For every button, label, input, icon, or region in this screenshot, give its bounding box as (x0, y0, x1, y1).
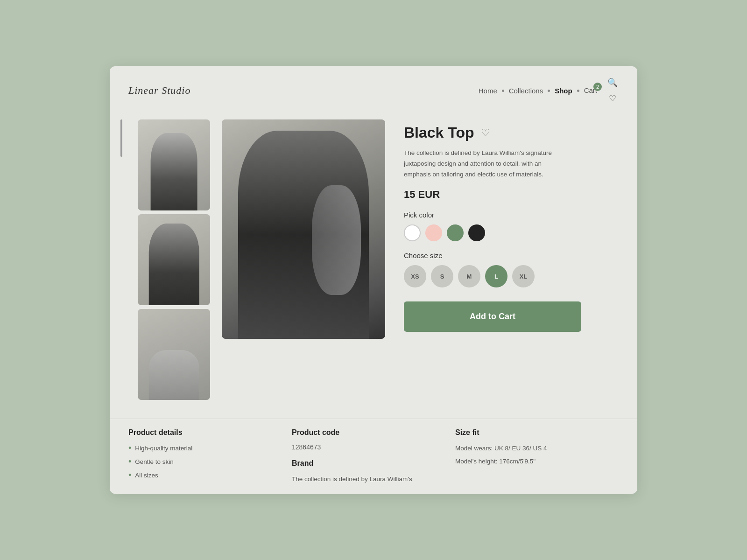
heart-icon: ♡ (609, 94, 616, 103)
product-price: 15 EUR (404, 189, 623, 201)
page-wrapper: Linear Studio Home Collections Shop Cart (0, 0, 747, 560)
navigation: Linear Studio Home Collections Shop Cart (110, 66, 637, 115)
product-code-title: Product code (292, 428, 455, 437)
detail-item-1: High-quality material (128, 443, 292, 453)
thumbnail-3[interactable] (138, 309, 210, 400)
bottom-section: Product details High-quality material Ge… (110, 419, 637, 494)
search-icon: 🔍 (607, 78, 618, 87)
size-fit-title: Size fit (455, 428, 619, 437)
size-btn-xl[interactable]: XL (512, 265, 535, 287)
nav-separator-2 (548, 90, 550, 92)
add-to-cart-button[interactable]: Add to Cart (404, 301, 581, 332)
product-details-panel: Black Top ♡ The collection is defined by… (390, 115, 637, 405)
product-title: Black Top (404, 124, 474, 141)
nav-link-collections[interactable]: Collections (509, 87, 543, 95)
size-btn-xs[interactable]: XS (404, 265, 426, 287)
nav-links: Home Collections Shop Cart 2 (479, 86, 597, 95)
main-product-image (222, 119, 385, 339)
color-swatch-pink[interactable] (425, 224, 442, 241)
size-fit-col: Size fit Model wears: UK 8/ EU 36/ US 4 … (455, 428, 619, 484)
detail-item-2: Gentle to skin (128, 457, 292, 467)
thumbnail-2[interactable] (138, 214, 210, 305)
size-options: XS S M L XL (404, 265, 623, 287)
choose-size-label: Choose size (404, 252, 623, 259)
product-title-row: Black Top ♡ (404, 124, 623, 141)
cart-badge: 2 (593, 83, 602, 91)
search-button[interactable]: 🔍 (606, 77, 619, 89)
brand-title: Brand (292, 459, 455, 468)
detail-item-3: All sizes (128, 470, 292, 480)
size-btn-l[interactable]: L (485, 265, 507, 287)
model-wears: Model wears: UK 8/ EU 36/ US 4 (455, 443, 619, 454)
product-code-col: Product code 12864673 Brand The collecti… (292, 428, 455, 484)
nav-item-cart[interactable]: Cart 2 (584, 86, 597, 95)
product-detail-list: High-quality material Gentle to skin All… (128, 443, 292, 480)
color-swatch-black[interactable] (468, 224, 485, 241)
pick-color-label: Pick color (404, 211, 623, 219)
nav-icon-group: 🔍 ♡ (606, 77, 619, 105)
nav-separator-3 (577, 90, 579, 92)
color-swatch-white[interactable] (404, 224, 421, 241)
color-options (404, 224, 623, 241)
cart-wrap[interactable]: Cart 2 (584, 86, 597, 95)
color-swatch-green[interactable] (447, 224, 464, 241)
scroll-indicator (120, 119, 122, 157)
main-content: Black Top ♡ The collection is defined by… (110, 115, 637, 419)
model-height: Model's height: 176cm/5'9.5" (455, 456, 619, 467)
product-thumbnail-list (133, 115, 217, 405)
wishlist-button[interactable]: ♡ (608, 92, 617, 105)
nav-item-home[interactable]: Home (479, 87, 497, 95)
nav-link-home[interactable]: Home (479, 87, 497, 95)
product-description: The collection is defined by Laura Willi… (404, 148, 553, 180)
size-btn-m[interactable]: M (458, 265, 480, 287)
size-btn-s[interactable]: S (431, 265, 453, 287)
product-code-value: 12864673 (292, 443, 455, 451)
product-wishlist-icon[interactable]: ♡ (481, 127, 490, 139)
logo: Linear Studio (128, 84, 479, 97)
nav-separator-1 (502, 90, 504, 92)
nav-link-shop[interactable]: Shop (555, 87, 572, 95)
thumbnail-1[interactable] (138, 119, 210, 210)
product-card: Linear Studio Home Collections Shop Cart (110, 66, 637, 494)
nav-item-collections[interactable]: Collections (509, 87, 543, 95)
product-details-col: Product details High-quality material Ge… (128, 428, 292, 484)
thumbnail-sidebar (110, 115, 133, 405)
brand-description: The collection is defined by Laura Willi… (292, 474, 455, 484)
product-details-title: Product details (128, 428, 292, 437)
nav-item-shop[interactable]: Shop (555, 87, 572, 95)
